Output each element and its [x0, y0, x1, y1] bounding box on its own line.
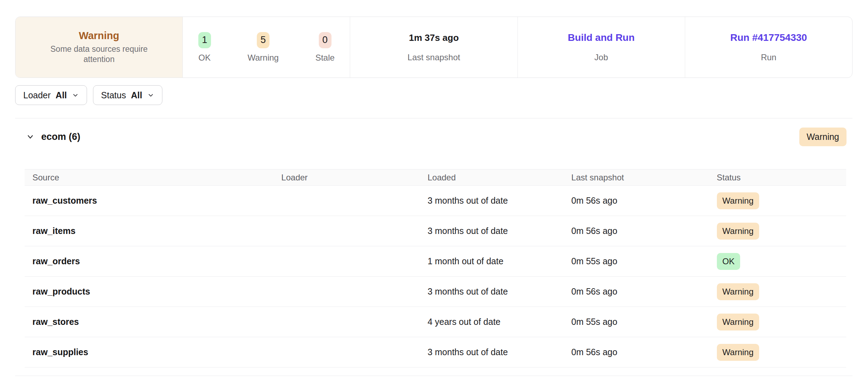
- table-row: raw_supplies 3 months out of date 0m 56s…: [25, 337, 846, 367]
- last-snapshot-cell: 0m 56s ago: [564, 186, 709, 216]
- bottom-divider: [15, 376, 852, 376]
- counter-warning: 5 Warning: [248, 32, 279, 63]
- status-badge: Warning: [717, 283, 759, 300]
- last-snapshot-cell: 0m 56s ago: [564, 277, 709, 307]
- column-header-loader: Loader: [274, 169, 420, 186]
- sources-table-container: Source Loader Loaded Last snapshot Statu…: [25, 169, 846, 367]
- counters-card: 1 OK 5 Warning 0 Stale: [182, 17, 350, 78]
- loader-cell: [274, 277, 420, 307]
- status-counters: 1 OK 5 Warning 0 Stale: [198, 32, 335, 63]
- ok-count-label: OK: [198, 53, 211, 63]
- loader-filter-value: All: [56, 90, 67, 100]
- status-cell: Warning: [709, 337, 846, 367]
- overall-status-title: Warning: [79, 30, 119, 42]
- ok-count-pill: 1: [198, 32, 211, 48]
- overall-status-subtitle: Some data sources require attention: [44, 44, 154, 65]
- status-cell: Warning: [709, 307, 846, 337]
- counter-stale: 0 Stale: [315, 32, 335, 63]
- loader-filter-dropdown[interactable]: Loader All: [15, 85, 87, 105]
- loaded-cell: 3 months out of date: [420, 186, 564, 216]
- job-link[interactable]: Build and Run: [568, 32, 635, 43]
- table-row: raw_customers 3 months out of date 0m 56…: [25, 186, 846, 216]
- column-header-status: Status: [709, 169, 846, 186]
- overall-status-card: Warning Some data sources require attent…: [16, 17, 182, 78]
- last-snapshot-label: Last snapshot: [408, 52, 460, 62]
- column-header-source: Source: [25, 169, 274, 186]
- table-header-row: Source Loader Loaded Last snapshot Statu…: [25, 169, 846, 186]
- source-name: raw_orders: [25, 246, 274, 277]
- source-name: raw_stores: [25, 307, 274, 337]
- loader-cell: [274, 337, 420, 367]
- status-cell: Warning: [709, 216, 846, 246]
- status-badge: Warning: [717, 192, 759, 209]
- section-divider: [15, 118, 852, 118]
- filters-row: Loader All Status All: [15, 85, 852, 105]
- table-row: raw_orders 1 month out of date 0m 55s ag…: [25, 246, 846, 277]
- status-badge: Warning: [717, 344, 759, 361]
- chevron-down-icon: [147, 92, 154, 99]
- table-row: raw_items 3 months out of date 0m 56s ag…: [25, 216, 846, 246]
- source-name: raw_customers: [25, 186, 274, 216]
- counter-ok: 1 OK: [198, 32, 211, 63]
- group-header-ecom[interactable]: ecom (6) Warning: [15, 127, 852, 147]
- loader-cell: [274, 307, 420, 337]
- last-snapshot-cell: 0m 56s ago: [564, 216, 709, 246]
- source-name: raw_supplies: [25, 337, 274, 367]
- loaded-cell: 3 months out of date: [420, 216, 564, 246]
- last-snapshot-card: 1m 37s ago Last snapshot: [350, 17, 517, 78]
- loaded-cell: 3 months out of date: [420, 277, 564, 307]
- last-snapshot-cell: 0m 56s ago: [564, 337, 709, 367]
- last-snapshot-cell: 0m 55s ago: [564, 246, 709, 277]
- status-filter-label: Status: [101, 90, 126, 100]
- warning-count-pill: 5: [257, 32, 269, 48]
- summary-bar: Warning Some data sources require attent…: [15, 17, 852, 78]
- loaded-cell: 4 years out of date: [420, 307, 564, 337]
- loader-cell: [274, 246, 420, 277]
- chevron-down-icon: [72, 92, 79, 99]
- column-header-loaded: Loaded: [420, 169, 564, 186]
- status-badge: Warning: [717, 223, 759, 240]
- column-header-last-snapshot: Last snapshot: [564, 169, 709, 186]
- group-status-badge: Warning: [799, 128, 847, 146]
- table-row: raw_products 3 months out of date 0m 56s…: [25, 277, 846, 307]
- sources-table: Source Loader Loaded Last snapshot Statu…: [25, 169, 846, 367]
- loader-cell: [274, 216, 420, 246]
- warning-count-label: Warning: [248, 53, 279, 63]
- loaded-cell: 3 months out of date: [420, 337, 564, 367]
- status-cell: Warning: [709, 186, 846, 216]
- chevron-down-icon[interactable]: [26, 132, 35, 141]
- last-snapshot-cell: 0m 55s ago: [564, 307, 709, 337]
- source-name: raw_items: [25, 216, 274, 246]
- job-card: Build and Run Job: [517, 17, 685, 78]
- loaded-cell: 1 month out of date: [420, 246, 564, 277]
- last-snapshot-value: 1m 37s ago: [409, 32, 459, 43]
- run-label: Run: [761, 52, 776, 62]
- run-card: Run #417754330 Run: [685, 17, 852, 78]
- status-badge: OK: [717, 253, 740, 270]
- loader-filter-label: Loader: [23, 90, 51, 100]
- stale-count-pill: 0: [319, 32, 331, 48]
- data-sources-page: Warning Some data sources require attent…: [0, 0, 868, 376]
- status-filter-dropdown[interactable]: Status All: [93, 85, 162, 105]
- status-filter-value: All: [131, 90, 142, 100]
- group-name: ecom (6): [41, 131, 80, 142]
- status-cell: OK: [709, 246, 846, 277]
- source-name: raw_products: [25, 277, 274, 307]
- table-row: raw_stores 4 years out of date 0m 55s ag…: [25, 307, 846, 337]
- job-label: Job: [594, 52, 608, 62]
- loader-cell: [274, 186, 420, 216]
- stale-count-label: Stale: [315, 53, 335, 63]
- status-badge: Warning: [717, 314, 759, 330]
- run-link[interactable]: Run #417754330: [730, 32, 807, 43]
- status-cell: Warning: [709, 277, 846, 307]
